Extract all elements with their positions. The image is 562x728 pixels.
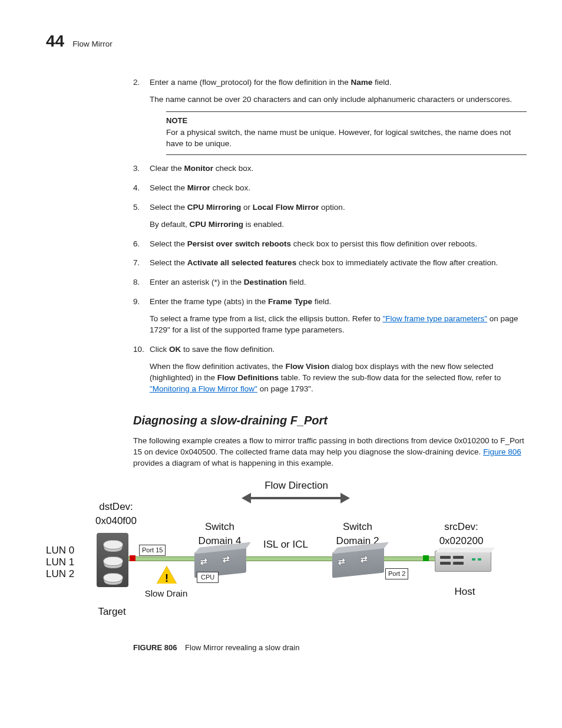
figure-label: FIGURE 806 <box>133 643 177 652</box>
page-header: 44 Flow Mirror <box>46 29 527 52</box>
note-box: NOTE For a physical switch, the name mus… <box>166 111 527 155</box>
step-num: 4. <box>133 183 140 194</box>
step-text: Enter an asterisk (*) in the Destination… <box>150 278 306 286</box>
warning-icon <box>157 566 177 584</box>
step-text: Select the CPU Mirroring or Local Flow M… <box>150 203 345 212</box>
host-label: Host <box>450 585 480 599</box>
main-content: 2. Enter a name (flow_protocol) for the … <box>133 77 527 469</box>
step-detail: By default, CPU Mirroring is enabled. <box>150 219 527 230</box>
subsection-paragraph: The following example creates a flow to … <box>133 436 527 469</box>
red-port-icon <box>130 555 135 561</box>
step-text: Enter a name (flow_protocol) for the flo… <box>150 78 392 87</box>
step-detail: To select a frame type from a list, clic… <box>150 314 527 336</box>
step-text: Select the Mirror check box. <box>150 183 250 192</box>
port15-label: Port 15 <box>139 545 166 556</box>
step-text: Select the Activate all selected feature… <box>150 258 498 267</box>
port2-label: Port 2 <box>385 568 408 579</box>
figure-caption: FIGURE 806 Flow Mirror revealing a slow … <box>133 643 527 653</box>
step-detail: When the flow definition activates, the … <box>150 361 527 395</box>
link-switch2-host <box>384 556 438 561</box>
flow-direction-label: Flow Direction <box>258 479 335 493</box>
flow-frame-type-link[interactable]: "Flow frame type parameters" <box>382 314 487 323</box>
dstdev-label: dstDev: 0x040f00 <box>90 500 143 528</box>
step-6: 6. Select the Persist over switch reboot… <box>133 239 527 250</box>
step-list: 2. Enter a name (flow_protocol) for the … <box>133 77 527 394</box>
step-num: 9. <box>133 297 140 308</box>
step-8: 8. Enter an asterisk (*) in the Destinat… <box>133 277 527 288</box>
step-9: 9. Enter the frame type (abts) in the Fr… <box>133 297 527 336</box>
link-isl <box>246 556 335 561</box>
step-num: 3. <box>133 163 140 174</box>
figure-806-diagram: Flow Direction dstDev: 0x040f00 LUN 0 LU… <box>46 479 517 632</box>
lun2-label: LUN 2 <box>46 567 74 581</box>
step-10: 10. Click OK to save the flow definition… <box>133 344 527 395</box>
step-2: 2. Enter a name (flow_protocol) for the … <box>133 77 527 155</box>
step-num: 5. <box>133 202 140 213</box>
note-label: NOTE <box>166 116 527 126</box>
step-text: Click OK to save the flow definition. <box>150 345 275 354</box>
section-title: Flow Mirror <box>72 39 113 50</box>
host-icon <box>435 551 491 572</box>
step-num: 2. <box>133 77 140 88</box>
step-text: Select the Persist over switch reboots c… <box>150 239 477 248</box>
figure-806-link[interactable]: Figure 806 <box>483 447 521 456</box>
step-3: 3. Clear the Monitor check box. <box>133 163 527 174</box>
link-target-switch4 <box>128 556 197 561</box>
slow-drain-label: Slow Drain <box>140 587 192 599</box>
figure-caption-text: Flow Mirror revealing a slow drain <box>185 643 299 652</box>
step-text: Enter the frame type (abts) in the Frame… <box>150 297 331 306</box>
page-number: 44 <box>46 29 64 52</box>
isl-label: ISL or ICL <box>259 538 312 552</box>
monitoring-flow-link[interactable]: "Monitoring a Flow Mirror flow" <box>150 384 257 393</box>
step-num: 7. <box>133 258 140 269</box>
target-label: Target <box>94 605 130 619</box>
step-5: 5. Select the CPU Mirroring or Local Flo… <box>133 202 527 230</box>
step-text: Clear the Monitor check box. <box>150 164 253 173</box>
green-port-icon <box>423 555 429 561</box>
target-storage-icon <box>97 533 128 587</box>
arrow-right-icon <box>340 493 350 503</box>
subsection-heading: Diagnosing a slow-draining F_Port <box>133 403 527 429</box>
step-num: 10. <box>133 344 144 355</box>
arrow-left-icon <box>242 493 251 503</box>
step-detail: The name cannot be over 20 characters an… <box>150 94 527 106</box>
step-7: 7. Select the Activate all selected feat… <box>133 258 527 269</box>
srcdev-label: srcDev: 0x020200 <box>435 520 488 548</box>
step-num: 6. <box>133 239 140 250</box>
flow-direction-arrow <box>251 497 340 499</box>
step-num: 8. <box>133 277 140 288</box>
cpu-label: CPU <box>197 572 219 583</box>
step-4: 4. Select the Mirror check box. <box>133 183 527 194</box>
switch2-icon: ⇄ ⇄ <box>332 546 384 578</box>
note-text: For a physical switch, the name must be … <box>166 127 527 150</box>
